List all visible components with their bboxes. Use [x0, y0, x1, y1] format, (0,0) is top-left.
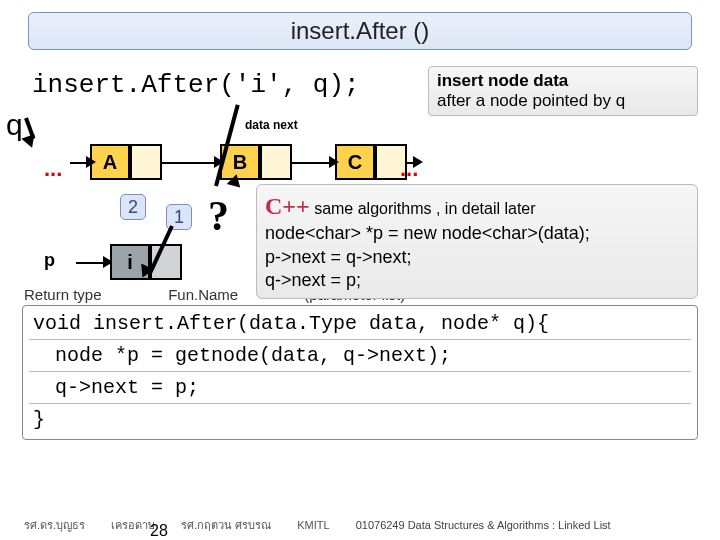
code-line1: void insert.After(data.Type data, node* … — [29, 308, 691, 340]
code-line4: } — [29, 404, 691, 435]
node-c-data: C — [335, 144, 375, 180]
slide-footer: รศ.ดร.บุญธร เครอดาษ รศ.กฤตวน ศรบรณ KMITL… — [0, 516, 720, 534]
code-line2: node *p = getnode(data, q->next); — [29, 340, 691, 372]
node-b-ptr — [260, 144, 292, 180]
cpp-line3: q->next = p; — [265, 269, 689, 292]
question-mark: ? — [208, 192, 229, 240]
code-line3: q->next = p; — [29, 372, 691, 404]
cpp-tag: C++ — [265, 193, 310, 219]
slide-number: 28 — [150, 522, 168, 540]
cpp-line2: p->next = q->next; — [265, 246, 689, 269]
ellipsis-left: ... — [44, 156, 62, 182]
data-next-label: data next — [245, 118, 298, 132]
note-line1: insert node data — [437, 71, 689, 91]
node-a: A — [90, 144, 162, 180]
slide-title: insert.After () — [28, 12, 692, 50]
footer-author1: รศ.ดร.บุญธร — [24, 516, 85, 534]
node-a-data: A — [90, 144, 130, 180]
footer-inst: KMITL — [297, 519, 329, 531]
q-label: q — [6, 108, 23, 142]
call-expression: insert.After('i', q); — [32, 70, 360, 100]
label-return-type: Return type — [24, 286, 164, 303]
note-line2: after a node pointed by q — [437, 91, 689, 111]
footer-course: 01076249 Data Structures & Algorithms : … — [356, 519, 611, 531]
code-block: void insert.After(data.Type data, node* … — [22, 305, 698, 440]
step-badge-2: 2 — [120, 194, 146, 220]
node-c: C — [335, 144, 407, 180]
arrowhead-icon — [329, 156, 339, 168]
cpp-tag-rest: same algorithms , in detail later — [310, 200, 536, 217]
cpp-description: C++ same algorithms , in detail later no… — [256, 184, 698, 299]
footer-author2: เครอดาษ — [111, 516, 155, 534]
node-a-ptr — [130, 144, 162, 180]
arrowhead-icon — [86, 156, 96, 168]
description-note: insert node data after a node pointed by… — [428, 66, 698, 116]
arrowhead-icon — [413, 156, 423, 168]
q-arrow-icon — [24, 118, 28, 140]
diagram-area: insert.After('i', q); q insert node data… — [0, 56, 720, 286]
edge-icon — [162, 162, 220, 164]
arrowhead-icon — [227, 172, 244, 187]
cpp-line1: node<char> *p = new node<char>(data); — [265, 222, 689, 245]
footer-author3: รศ.กฤตวน ศรบรณ — [181, 516, 271, 534]
p-label: p — [44, 250, 55, 271]
